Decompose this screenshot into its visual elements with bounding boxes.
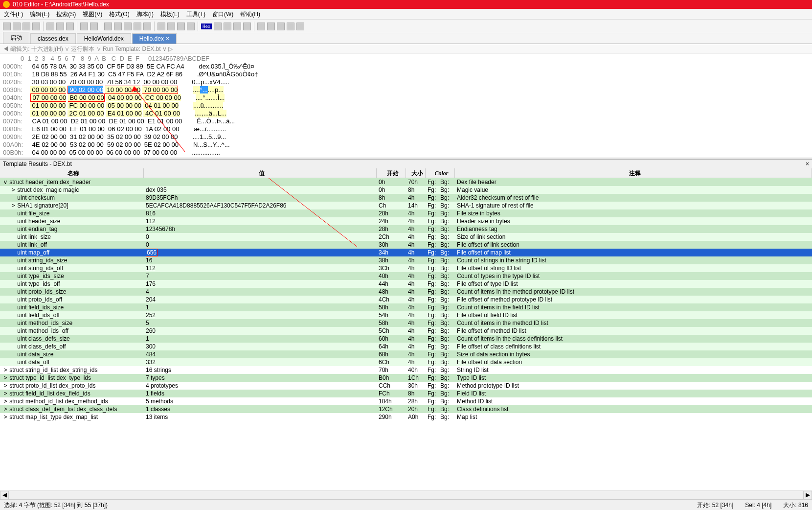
hex-row[interactable]: 0050h: 01 00 00 00 FC 00 00 00 05 00 00 …: [3, 102, 812, 110]
template-row[interactable]: uint proto_ids_size448h4hFg:Bg:Count of …: [0, 288, 812, 296]
template-row[interactable]: uint checksum89D35FCFh8h4hFg:Bg:Alder32 …: [0, 194, 812, 202]
horizontal-scrollbar[interactable]: ◀ ▶: [0, 490, 812, 499]
open-icon[interactable]: [13, 23, 21, 30]
calc-icon[interactable]: [257, 23, 265, 30]
hex-row[interactable]: 0070h: CA 01 00 00 D2 01 00 00 DE 01 00 …: [3, 117, 812, 125]
hex-row[interactable]: 0080h: E6 01 00 00 EF 01 00 00 06 02 00 …: [3, 125, 812, 133]
tree-toggle-icon[interactable]: >: [11, 186, 16, 194]
template-row[interactable]: uint proto_ids_off2044Ch4hFg:Bg:File off…: [0, 296, 812, 303]
hex-row[interactable]: 0060h: 01 00 00 00 2C 01 00 00 E4 01 00 …: [3, 110, 812, 117]
tool4-icon[interactable]: [134, 23, 141, 30]
hex-editor[interactable]: 0 1 2 3 4 5 6 7 8 9 A B C D E F 01234567…: [0, 54, 812, 158]
tab[interactable]: Hello.dex×: [132, 33, 177, 44]
scroll-right-icon[interactable]: ▶: [803, 491, 812, 499]
tool5-icon[interactable]: [143, 23, 151, 30]
tree-toggle-icon[interactable]: >: [3, 374, 8, 382]
template-row[interactable]: uint file_size81620h4hFg:Bg:File size in…: [0, 209, 812, 217]
template-body[interactable]: v struct header_item dex_header0h70hFg:B…: [0, 178, 812, 421]
cut-icon[interactable]: [46, 23, 54, 30]
template-row[interactable]: uint endian_tag12345678h28h4hFg:Bg:Endia…: [0, 225, 812, 233]
menu-item[interactable]: 帮助(H): [240, 11, 260, 18]
col-name[interactable]: 名称: [0, 168, 144, 178]
tool9-icon[interactable]: [243, 23, 251, 30]
tree-toggle-icon[interactable]: >: [3, 405, 8, 413]
template-row[interactable]: > struct dex_magic magicdex 0350h8hFg:Bg…: [0, 186, 812, 194]
template-row[interactable]: uint class_defs_off30064h4hFg:Bg:File of…: [0, 343, 812, 350]
col-value[interactable]: 值: [144, 168, 377, 178]
tool1-icon[interactable]: [104, 23, 112, 30]
menu-item[interactable]: 格式(O): [109, 11, 129, 18]
tree-toggle-icon[interactable]: >: [3, 366, 8, 374]
hex-row[interactable]: 0000h: 64 65 78 0A 30 33 35 00 CF 5F D3 …: [3, 63, 812, 70]
template-row[interactable]: uint class_defs_size160h4hFg:Bg:Count of…: [0, 335, 812, 343]
scroll-left-icon[interactable]: ◀: [0, 491, 9, 499]
menu-item[interactable]: 搜索(S): [56, 11, 76, 18]
menu-item[interactable]: 编辑(E): [30, 11, 49, 18]
new-icon[interactable]: [3, 23, 11, 30]
hex-row[interactable]: 0020h: 30 03 00 00 70 00 00 00 78 56 34 …: [3, 78, 812, 86]
template-row[interactable]: uint type_ids_size740h4hFg:Bg:Count of t…: [0, 272, 812, 280]
template-row[interactable]: v struct header_item dex_header0h70hFg:B…: [0, 178, 812, 186]
template-row[interactable]: > SHA1 signature[20]5ECAFCA418D8885526A4…: [0, 202, 812, 209]
tree-toggle-icon[interactable]: >: [11, 202, 16, 209]
compare-icon[interactable]: [267, 23, 275, 30]
hex-row[interactable]: 0030h: 00 00 00 00 90 02 00 00 10 00 00 …: [3, 86, 812, 94]
more-icon[interactable]: [296, 23, 304, 30]
hex-row[interactable]: 00A0h: 4E 02 00 00 53 02 00 00 59 02 00 …: [3, 141, 812, 149]
template-row[interactable]: > struct class_def_item_list dex_class_d…: [0, 405, 812, 413]
template-row[interactable]: uint link_off030h4hFg:Bg:File offset of …: [0, 241, 812, 249]
tab[interactable]: classes.dex: [30, 33, 76, 44]
menu-item[interactable]: 文件(F): [4, 11, 23, 18]
template-row[interactable]: uint type_ids_off17644h4hFg:Bg:File offs…: [0, 280, 812, 288]
template-row[interactable]: > struct map_list_type dex_map_list13 it…: [0, 413, 812, 421]
tool3-icon[interactable]: [124, 23, 132, 30]
hex-mode-icon[interactable]: Hex: [201, 23, 212, 29]
template-row[interactable]: > struct proto_id_list dex_proto_ids4 pr…: [0, 382, 812, 390]
template-row[interactable]: uint field_ids_off25254h4hFg:Bg:File off…: [0, 311, 812, 319]
tab[interactable]: 启动: [3, 32, 29, 44]
menu-item[interactable]: 脚本(I): [136, 11, 154, 18]
hex-row[interactable]: 00B0h: 04 00 00 00 05 00 00 00 06 00 00 …: [3, 149, 812, 157]
tree-toggle-icon[interactable]: >: [3, 397, 8, 405]
tool8-icon[interactable]: [233, 23, 241, 30]
template-row[interactable]: > struct field_id_list dex_field_ids1 fi…: [0, 390, 812, 397]
tree-toggle-icon[interactable]: v: [3, 178, 8, 186]
searchprev-icon[interactable]: [177, 23, 185, 30]
breadcrumb[interactable]: ◀ 编辑为: 十六进制(H) ∨ 运行脚本 ∨ Run Template: DE…: [0, 44, 812, 54]
template-row[interactable]: > struct method_id_list dex_method_ids5 …: [0, 397, 812, 405]
tab[interactable]: HelloWorld.dex: [77, 33, 131, 44]
redo-icon[interactable]: [90, 23, 98, 30]
tool2-icon[interactable]: [114, 23, 122, 30]
search-icon[interactable]: [158, 23, 165, 30]
hex-row[interactable]: 0090h: 2E 02 00 00 31 02 00 00 35 02 00 …: [3, 133, 812, 141]
menu-item[interactable]: 模板(L): [160, 11, 180, 18]
chart-icon[interactable]: [287, 23, 294, 30]
scroll-track[interactable]: [9, 491, 803, 499]
template-row[interactable]: uint field_ids_size150h4hFg:Bg:Count of …: [0, 303, 812, 311]
hex-row[interactable]: 0010h: 18 D8 88 55 26 A4 F1 30 C5 47 F5 …: [3, 70, 812, 78]
col-comment[interactable]: 注释: [455, 168, 812, 178]
template-row[interactable]: uint method_ids_off2605Ch4hFg:Bg:File of…: [0, 327, 812, 335]
copy-icon[interactable]: [56, 23, 64, 30]
template-row[interactable]: > struct type_id_list dex_type_ids7 type…: [0, 374, 812, 382]
undo-icon[interactable]: [80, 23, 88, 30]
paste-icon[interactable]: [66, 23, 74, 30]
tab-close-icon[interactable]: ×: [166, 35, 169, 42]
template-row[interactable]: uint data_off3326Ch4hFg:Bg:File offset o…: [0, 358, 812, 366]
hex-row[interactable]: 0040h: 07 00 00 00 B0 00 00 00 04 00 00 …: [3, 94, 812, 102]
hist-icon[interactable]: [277, 23, 285, 30]
template-row[interactable]: uint map_off65634h4hFg:Bg:File offset of…: [0, 249, 812, 256]
tool7-icon[interactable]: [224, 23, 231, 30]
template-row[interactable]: uint string_ids_off1123Ch4hFg:Bg:File of…: [0, 264, 812, 272]
tool6-icon[interactable]: [214, 23, 222, 30]
template-row[interactable]: uint data_size48468h4hFg:Bg:Size of data…: [0, 350, 812, 358]
menu-item[interactable]: 窗口(W): [212, 11, 233, 18]
tree-toggle-icon[interactable]: >: [3, 382, 8, 390]
template-row[interactable]: uint string_ids_size1638h4hFg:Bg:Count o…: [0, 256, 812, 264]
tree-toggle-icon[interactable]: >: [3, 413, 8, 421]
close-icon[interactable]: ×: [806, 160, 809, 168]
col-color[interactable]: Color: [426, 168, 455, 178]
col-start[interactable]: 开始: [377, 168, 406, 178]
template-row[interactable]: uint header_size11224h4hFg:Bg:Header siz…: [0, 217, 812, 225]
template-row[interactable]: > struct string_id_list dex_string_ids16…: [0, 366, 812, 374]
